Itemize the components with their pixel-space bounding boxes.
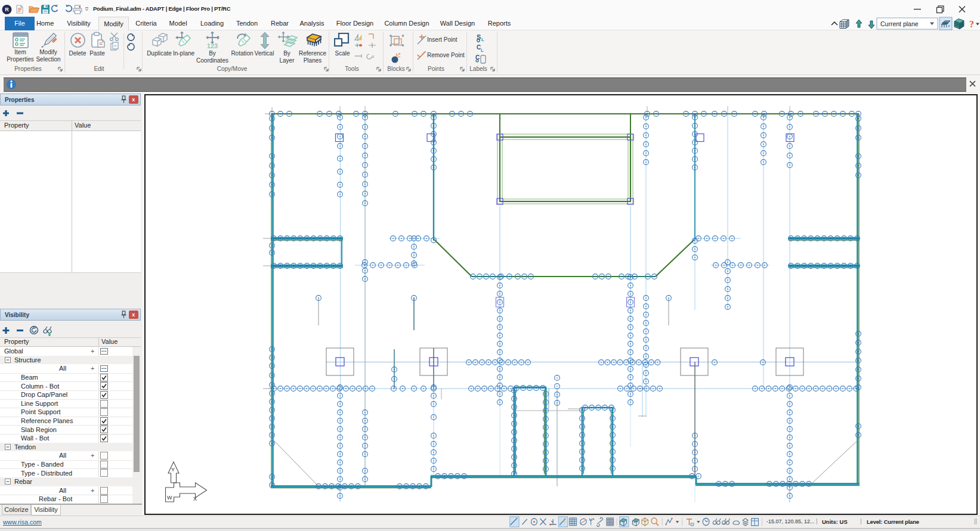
svg-text:R: R	[5, 7, 9, 13]
svg-text:123: 123	[207, 42, 218, 49]
svg-text:W: W	[167, 495, 172, 501]
svg-text:X: X	[193, 496, 197, 502]
svg-text:Y: Y	[171, 467, 175, 473]
svg-text:L: L	[481, 48, 484, 53]
svg-text:Current plane: Current plane	[880, 20, 919, 27]
svg-text:?: ?	[969, 19, 974, 29]
svg-text:L: L	[481, 37, 484, 42]
